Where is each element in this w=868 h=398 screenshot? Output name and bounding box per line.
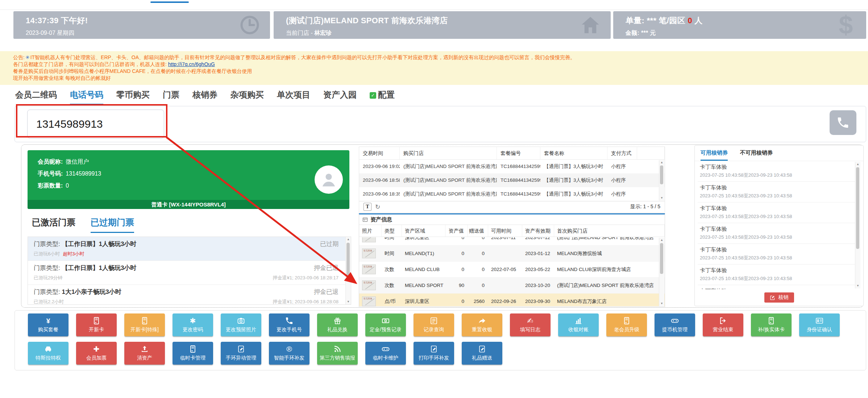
action-button-身份证确认[interactable]: 身份证确认 [799,313,840,336]
asset-cell: 0 [468,251,488,256]
scroll-thumb[interactable] [856,167,859,249]
action-button-开新卡[interactable]: 开新卡 [76,313,117,336]
main-tab-配置[interactable]: ✓配置 [370,89,395,105]
voucher-scrollbar[interactable]: ▲ ▼ [855,162,860,288]
ticket-status: 已过期 [320,240,339,248]
action-button-清资产[interactable]: 清资产 [124,342,165,365]
transaction-row[interactable]: 2023-09-06 19:02(测试门店)MELAND SPORT 前海欢乐港… [359,160,665,173]
svg-text:✍: ✍ [527,317,533,325]
main-tab-门票[interactable]: 门票 [163,89,179,105]
ticket-tab-已过期门票[interactable]: 已过期门票 [91,217,134,233]
action-button-填写日志[interactable]: ✍填写日志 [510,313,551,336]
asset-row[interactable]: 暂无图像次数MELAND SPORT9002023-10-20(测试门店)MEL… [359,278,665,294]
action-button-礼品兑换[interactable]: 礼品兑换 [317,313,358,336]
yen-icon: ¥ [28,316,68,325]
asset-row[interactable]: 暂无图像次数MELAND CLUB002022-07-052023-05-22M… [359,262,665,278]
transaction-row[interactable]: 2023-09-06 18:58(测试门店)MELAND SPORT 前海欢乐港… [359,173,665,187]
main-tab-核销券[interactable]: 核销券 [192,89,217,105]
ticket-item[interactable]: 门票类型: 【工作日票】1人畅玩3小时已过期已游玩6小时超时3小时 [28,237,351,261]
main-tab-电话号码[interactable]: 电话号码 [70,89,103,105]
scroll-thumb[interactable] [660,165,663,184]
ticket-item[interactable]: 门票类型: 1大1小亲子畅玩3小时押金已退已游玩2.2小时押金退¥1; 2023… [28,285,351,305]
transaction-cell: TC1688441342599 [497,160,540,173]
main-tab-杂项购买[interactable]: 杂项购买 [231,89,264,105]
list-icon [414,316,454,325]
ticket-type-label: 门票类型: [34,288,62,295]
voucher-tab-不可用核销券[interactable]: 不可用核销券 [740,149,773,161]
current-operator: 当前门店 - 林宏珍 [286,29,611,37]
action-button-手环异动管理[interactable]: 手环异动管理 [221,342,261,365]
action-button-临时卡管理[interactable]: 临时卡管理 [173,342,213,365]
action-button-补/换实体卡[interactable]: 补/换实体卡 [751,313,792,336]
ticket-list-scrollbar[interactable]: ▲ ▼ [345,237,351,304]
action-button-老会员升级[interactable]: 老会员升级 [606,313,647,336]
action-button-购买套餐[interactable]: ¥购买套餐 [28,313,68,336]
action-button-定金/预售记录[interactable]: 定金/预售记录 [365,313,406,336]
voucher-item[interactable]: 卡丁车体验2023-07-25 10:43:58至2023-09-23 10:4… [698,264,860,285]
transaction-row[interactable]: 2023-09-06 18:35(测试门店)MELAND SPORT 前海欢乐港… [359,187,665,201]
action-button-label: 会员加票 [76,355,117,361]
scroll-thumb[interactable] [660,243,663,274]
asset-cell: 0 [468,237,488,240]
action-button-开新卡[特殊][interactable]: 开新卡[特殊] [124,313,165,336]
scroll-down-arrow[interactable]: ▼ [659,196,664,201]
action-button-第三方销售填报[interactable]: 第三方销售填报 [317,342,358,365]
announcement-prefix: 公告: [13,54,25,60]
scroll-up-arrow[interactable]: ▲ [659,160,664,165]
action-button-收银对账[interactable]: 收银对账 [558,313,599,336]
main-tab-零币购买[interactable]: 零币购买 [116,89,150,105]
action-button-智能手环补发[interactable]: ®智能手环补发 [269,342,310,365]
scroll-up-arrow[interactable]: ▲ [346,237,351,242]
action-button-会员加票[interactable]: ✚会员加票 [76,342,117,365]
action-button-更改预留照片[interactable]: 更改预留照片 [221,313,261,336]
scroll-thumb[interactable] [346,243,350,277]
action-button-更改手机号[interactable]: 更改手机号 [269,313,310,336]
voucher-item[interactable]: 卡丁车体验2023-07-25 10:43:58至2023-09-23 10:4… [698,244,860,264]
action-button-记录查询[interactable]: 记录查询 [414,313,454,336]
scroll-down-arrow[interactable]: ▼ [659,301,664,306]
orders-value: *** 笔/园区 [647,16,685,25]
voucher-item[interactable]: 卡丁车体验2023-07-25 10:43:58至2023-09-23 10:4… [698,161,860,182]
voucher-item[interactable]: 卡丁车体验2023-07-25 10:43:58至2023-09-23 10:4… [698,182,860,202]
main-tab-资产入园[interactable]: 资产入园 [323,89,357,105]
action-button-提币机管理[interactable]: 提币机管理 [655,313,695,336]
main-tab-单次项目[interactable]: 单次项目 [277,89,310,105]
voucher-tabs: 可用核销券不可用核销券 [695,145,863,161]
text-size-toggle-icon[interactable]: T [364,203,371,211]
asset-row[interactable]: 暂无图像时间MELAND(T1)002023-01-12MELAND海雅缤纷城 [359,246,665,262]
voucher-item[interactable]: 卡丁车体验2023-07-25 10:43:58至2023-09-23 10:4… [698,223,860,244]
action-button-营业结束[interactable]: 营业结束 [703,313,743,336]
voucher-item[interactable]: 卡丁车体验2023-07-25 11:07:27至2023-09-23 11:0… [698,285,860,289]
phone-number-input[interactable] [27,110,164,139]
transaction-cell: (测试门店)MELAND SPORT 前海欢乐港湾店 [400,160,497,173]
transaction-scrollbar[interactable]: ▲ ▼ [659,160,664,201]
robot-link[interactable]: http://i7q.cn/6ghOuG [168,61,215,67]
voucher-tab-可用核销券[interactable]: 可用核销券 [701,149,728,161]
ticket-item[interactable]: 门票类型: 【工作日票】1人畅玩3小时押金已退已游玩29分钟押金退¥1; 202… [28,261,351,285]
phone-search-button[interactable] [830,110,856,135]
redeem-button[interactable]: 核销 [764,292,794,303]
action-button-打印手环补发[interactable]: 打印手环补发 [414,342,454,365]
asset-scrollbar[interactable]: ▲ ▼ [659,238,664,306]
action-button-临时卡维护[interactable]: 临时卡维护 [365,342,406,365]
refresh-icon[interactable]: ↻ [375,203,380,211]
announcement-line-3: 餐券是购买后自动同步到哗啦啦点餐小程序MELAND CAFE，在点餐的时候在小程… [13,68,854,75]
scroll-down-arrow[interactable]: ▼ [855,283,860,288]
transaction-cell: 【通用门票】3人畅玩3小时 [540,160,607,173]
action-button-重置收银[interactable]: 重置收银 [462,313,502,336]
asset-row[interactable]: 暂无图像时间深圳儿童区002023-07-112023-07-12(测试门店)M… [359,237,665,246]
scroll-up-arrow[interactable]: ▲ [659,238,664,243]
transaction-cell: 2023-09-06 18:58 [359,173,400,187]
ticket-tab-已激活门票[interactable]: 已激活门票 [32,217,75,233]
member-card-icon [173,344,213,354]
voucher-item[interactable]: 卡丁车体验2023-07-25 10:43:58至2023-09-23 10:4… [698,202,860,223]
asset-col-header: 类型 [382,225,402,237]
scroll-down-arrow[interactable]: ▼ [346,299,351,304]
ticket-overtime: 超时3小时 [63,251,84,257]
action-button-特斯拉特权[interactable]: 特斯拉特权 [28,342,68,365]
scroll-up-arrow[interactable]: ▲ [855,162,860,167]
asset-row[interactable]: 暂无图像点/币深圳儿童区025602022-09-262023-09-30MEL… [359,294,665,306]
action-button-礼品赠送[interactable]: 礼品赠送 [462,342,502,365]
action-button-更改密码[interactable]: ✱更改密码 [173,313,213,336]
main-tab-会员二维码[interactable]: 会员二维码 [15,89,57,105]
